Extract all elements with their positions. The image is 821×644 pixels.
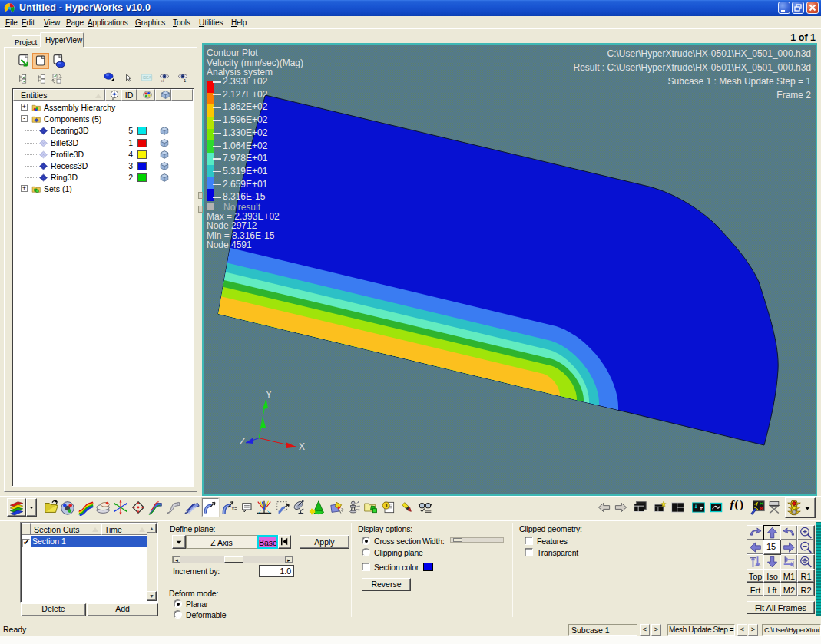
tree-header-color[interactable] (137, 89, 155, 101)
tree-row-recess3d[interactable]: Recess3D3 (13, 160, 193, 172)
tree-row-components-5-[interactable]: -Components (5) (13, 114, 193, 125)
minimize-button[interactable] (778, 2, 790, 14)
palette-icon[interactable] (59, 498, 76, 517)
zoom-out-button[interactable] (797, 540, 815, 555)
axis-value-field[interactable]: Z Axis (186, 535, 257, 549)
base-button[interactable]: Base (257, 535, 278, 549)
component-style-cube-icon[interactable] (159, 150, 170, 160)
slider-right-arrow[interactable]: ► (285, 556, 293, 563)
component-style-cube-icon[interactable] (159, 161, 170, 171)
review-glasses-icon[interactable] (418, 498, 432, 517)
vector-plot-icon[interactable] (256, 498, 273, 517)
splitter-grip[interactable] (198, 206, 203, 213)
expand-model-icon[interactable] (130, 498, 147, 517)
model-blob-icon[interactable] (103, 71, 115, 83)
plot-edit-icon[interactable] (749, 498, 766, 517)
window-split-icon[interactable] (670, 498, 686, 517)
view-m2-button[interactable]: M2 (780, 583, 798, 596)
idea-disabled-icon[interactable] (141, 71, 153, 84)
width-slider-thumb[interactable] (453, 538, 462, 542)
graphics-viewport[interactable]: Y X Z Contour Plot Velocity (mm/sec)(Mag… (202, 43, 817, 496)
add-object-icon[interactable] (309, 498, 326, 517)
width-slider[interactable] (450, 537, 504, 543)
section-cut-x-icon[interactable] (221, 498, 238, 517)
tree-header-id[interactable]: ID (121, 89, 137, 101)
mesh-prev-button[interactable]: < (737, 624, 747, 636)
component-color-swatch[interactable] (137, 127, 147, 135)
section-color-swatch[interactable] (423, 563, 433, 571)
tree-row-billet3d[interactable]: Billet3D1 (13, 137, 193, 149)
features-checkbox[interactable] (525, 537, 533, 545)
view-r2-button[interactable]: R2 (797, 583, 815, 596)
rotate-down-button[interactable] (763, 554, 781, 570)
flip-horizontal-button[interactable] (780, 554, 798, 570)
director-chair-icon[interactable] (766, 498, 782, 517)
marker-pen-icon[interactable] (400, 498, 414, 517)
tree-expander[interactable]: + (21, 104, 28, 111)
page-import-icon[interactable] (15, 53, 32, 69)
nav-back-icon[interactable] (597, 498, 611, 517)
pages-stack-icon[interactable] (631, 498, 648, 517)
section-cut-icon[interactable] (202, 498, 219, 517)
menu-file[interactable]: File (5, 18, 18, 28)
add-button[interactable]: Add (87, 603, 158, 616)
exploded-view-icon[interactable] (329, 498, 344, 517)
list-header-section-cuts[interactable]: Section Cuts (31, 523, 101, 535)
transparent-checkbox[interactable] (525, 548, 533, 556)
zoom-fit-button[interactable] (797, 554, 815, 570)
restore-button[interactable] (792, 2, 804, 14)
planar-radio[interactable] (174, 599, 182, 608)
list-scrollbar[interactable]: ▲ ▼ (147, 523, 157, 601)
clipping-plane-radio[interactable] (362, 548, 370, 556)
eye-one-icon[interactable] (177, 71, 188, 84)
section-row-checkbox[interactable] (22, 539, 30, 547)
tree-header-style[interactable] (155, 89, 171, 101)
subcase-field[interactable]: Subcase 1 (568, 624, 637, 636)
delete-button[interactable]: Delete (21, 603, 86, 616)
scroll-up-button[interactable]: ▲ (147, 523, 157, 533)
zoom-in-button[interactable] (797, 525, 815, 540)
tree-expander[interactable]: - (21, 115, 28, 122)
component-style-cube-icon[interactable] (159, 138, 170, 148)
app-dropdown-icon[interactable] (26, 498, 37, 517)
tree-expand-all-icon[interactable] (17, 73, 29, 84)
ribbon-layers-icon[interactable] (184, 498, 200, 517)
reverse-button[interactable]: Reverse (362, 578, 411, 591)
pan-right-button[interactable] (780, 540, 798, 555)
component-color-swatch[interactable] (137, 139, 147, 147)
tree-collapse-icon[interactable] (36, 73, 48, 84)
component-color-swatch[interactable] (137, 162, 147, 170)
tree-refresh-icon[interactable] (51, 73, 63, 84)
deformed-shape-icon[interactable] (147, 498, 164, 517)
menu-edit[interactable]: Edit (22, 18, 35, 28)
splitter-grip[interactable] (198, 192, 203, 199)
fit-all-frames-button[interactable]: Fit All Frames (747, 601, 815, 614)
rotate-right-button[interactable] (747, 525, 764, 540)
page-current-icon[interactable] (32, 53, 49, 69)
eye-plusminus-icon[interactable] (159, 71, 170, 84)
rotation-angle-field[interactable]: 15 (763, 540, 781, 555)
menu-graphics[interactable]: Graphics (135, 18, 165, 28)
path-field[interactable]: C:\User\HyperXtrude' (762, 624, 821, 636)
rotate-left-button[interactable] (780, 525, 798, 540)
component-style-cube-icon[interactable] (159, 126, 170, 136)
mesh-next-button[interactable]: > (748, 624, 758, 636)
window-swap-icon[interactable] (690, 498, 707, 517)
axis-dropdown-button[interactable] (172, 535, 186, 549)
ribbon-gray-icon[interactable] (165, 498, 182, 517)
menu-view[interactable]: View (44, 18, 60, 28)
tree-expander[interactable]: + (21, 185, 28, 192)
close-button[interactable] (806, 2, 819, 14)
page-new-icon[interactable] (652, 498, 667, 517)
window-plot-icon[interactable] (709, 498, 723, 517)
view-top-button[interactable]: Top (747, 569, 764, 583)
hyperview-app-icon[interactable] (7, 498, 26, 517)
deformable-radio[interactable] (174, 610, 182, 619)
to-base-button[interactable] (278, 535, 291, 549)
session-info-icon[interactable] (381, 498, 396, 517)
component-style-cube-icon[interactable] (159, 173, 170, 183)
organize-folder-icon[interactable] (363, 498, 379, 517)
tree-header-entities[interactable]: Entities (13, 89, 105, 101)
section-cuts-list[interactable]: Section Cuts Time Section 1 ▲ ▼ (20, 522, 158, 603)
probe-antenna-icon[interactable] (293, 498, 308, 517)
